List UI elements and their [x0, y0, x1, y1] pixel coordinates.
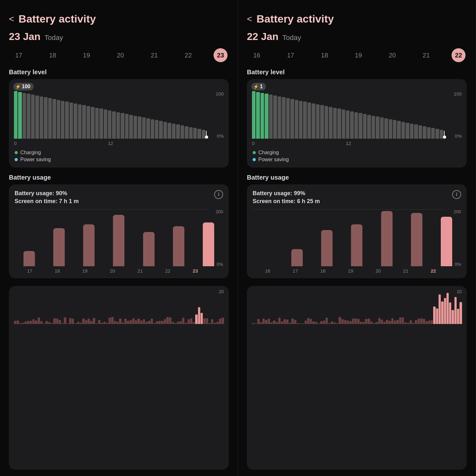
left-battery-card: ⚡ 100 100 0% 0 12 24	[9, 79, 229, 168]
left-day-21[interactable]: 21	[146, 52, 163, 59]
right-power-label: Power saving	[258, 157, 289, 162]
left-header: < Battery activity	[9, 13, 229, 25]
right-x-axis: 0 12 24	[252, 139, 462, 147]
left-page-title: Battery activity	[18, 13, 96, 25]
right-charge-badge: ⚡ 1	[251, 83, 266, 90]
right-panel: < Battery activity 22 Jan Today 16 17 18…	[238, 0, 476, 476]
left-usage-pct: Battery usage: 90%	[15, 190, 223, 197]
right-day-active[interactable]: 22	[452, 48, 466, 62]
left-bolt-icon: ⚡	[15, 84, 21, 89]
right-charge-value: 1	[260, 84, 263, 89]
left-usage-0: 0%	[217, 262, 223, 267]
right-bottom-y: 20	[457, 289, 462, 294]
right-date-sub: Today	[282, 34, 301, 42]
left-charging-label: Charging	[20, 150, 41, 155]
right-x-0: 0	[252, 141, 255, 146]
right-page-title: Battery activity	[256, 13, 334, 25]
left-power-label: Power saving	[20, 157, 51, 162]
left-day-selector: 17 18 19 20 21 22 23	[9, 48, 229, 62]
right-bottom-chart: 20	[247, 286, 467, 470]
right-power-dot	[253, 158, 256, 161]
right-y-bottom: 0%	[455, 133, 462, 139]
right-header: < Battery activity	[247, 13, 467, 25]
right-usage-card: Battery usage: 99% Screen on time: 6 h 2…	[247, 184, 467, 278]
left-charge-badge: ⚡ 100	[13, 83, 34, 90]
left-legend-power: Power saving	[15, 157, 224, 162]
left-legend: Charging Power saving	[14, 147, 224, 164]
right-usage-200: 200	[454, 209, 461, 214]
right-legend: Charging Power saving	[252, 147, 462, 164]
left-usage-card: Battery usage: 90% Screen on time: 7 h 1…	[9, 184, 229, 278]
right-usage-0: 0%	[455, 262, 461, 267]
right-day-16[interactable]: 16	[248, 52, 265, 59]
right-day-21[interactable]: 21	[418, 52, 435, 59]
right-info-button[interactable]: i	[452, 190, 461, 199]
left-charging-dot	[15, 151, 18, 154]
left-y-top: 100	[216, 91, 224, 96]
right-day-selector: 16 17 18 19 20 21 22	[247, 48, 467, 62]
left-date-row: 23 Jan Today	[9, 31, 229, 43]
left-back-button[interactable]: <	[9, 14, 14, 24]
left-y-axis: 100 0%	[210, 91, 224, 139]
right-battery-bars	[252, 91, 448, 139]
right-thin-bars	[252, 289, 462, 324]
left-x-axis: 0 12 24	[14, 139, 224, 147]
left-usage-x-axis: 17181920212223	[15, 266, 223, 274]
left-day-18[interactable]: 18	[44, 52, 61, 59]
right-screen-time: Screen on time: 6 h 25 m	[253, 198, 461, 205]
right-legend-power: Power saving	[253, 157, 462, 162]
left-usage-chart: 200 0% 17181920212223	[15, 209, 223, 276]
left-date-bold: 23 Jan	[9, 31, 41, 42]
right-day-19[interactable]: 19	[350, 52, 367, 59]
right-legend-charging: Charging	[253, 150, 462, 155]
right-day-20[interactable]: 20	[384, 52, 401, 59]
left-x-0: 0	[14, 141, 17, 146]
right-day-17[interactable]: 17	[282, 52, 299, 59]
left-y-bottom: 0%	[217, 133, 224, 139]
right-x-mid: 12	[346, 141, 351, 146]
right-date-bold: 22 Jan	[247, 31, 279, 42]
right-bolt-icon: ⚡	[253, 84, 259, 89]
left-thin-bars	[14, 289, 224, 324]
left-power-dot	[15, 158, 18, 161]
left-day-22[interactable]: 22	[180, 52, 197, 59]
left-info-button[interactable]: i	[214, 190, 223, 199]
left-day-19[interactable]: 19	[78, 52, 95, 59]
left-x-mid: 12	[108, 141, 113, 146]
left-legend-charging: Charging	[15, 150, 224, 155]
right-usage-label: Battery usage	[247, 174, 467, 181]
left-battery-bars	[14, 91, 210, 139]
left-usage-label: Battery usage	[9, 174, 229, 181]
right-day-18[interactable]: 18	[316, 52, 333, 59]
left-day-active[interactable]: 23	[214, 48, 228, 62]
right-battery-card: ⚡ 1 100 0% 0 12 24	[247, 79, 467, 168]
left-date-sub: Today	[44, 34, 63, 42]
right-date-row: 22 Jan Today	[247, 31, 467, 43]
right-usage-x-axis: 16171819202122	[253, 266, 461, 274]
left-bottom-y: 20	[219, 289, 224, 294]
right-back-button[interactable]: <	[247, 14, 252, 24]
left-day-17[interactable]: 17	[10, 52, 27, 59]
right-usage-pct: Battery usage: 99%	[253, 190, 461, 197]
right-y-top: 100	[454, 91, 462, 96]
left-charge-value: 100	[22, 84, 30, 89]
right-usage-bars-container	[253, 209, 461, 266]
left-battery-level-label: Battery level	[9, 69, 229, 76]
right-charging-dot	[253, 151, 256, 154]
right-usage-stats: Battery usage: 99% Screen on time: 6 h 2…	[253, 190, 461, 205]
right-y-axis: 100 0%	[448, 91, 462, 139]
right-charging-label: Charging	[258, 150, 279, 155]
right-battery-level-label: Battery level	[247, 69, 467, 76]
right-usage-chart: 200 0% 16171819202122	[253, 209, 461, 276]
left-usage-200: 200	[216, 209, 223, 214]
left-bottom-chart: 20	[9, 286, 229, 470]
left-usage-stats: Battery usage: 90% Screen on time: 7 h 1…	[15, 190, 223, 205]
left-day-20[interactable]: 20	[112, 52, 129, 59]
left-usage-bars-container	[15, 209, 223, 266]
left-panel: < Battery activity 23 Jan Today 17 18 19…	[0, 0, 238, 476]
left-screen-time: Screen on time: 7 h 1 m	[15, 198, 223, 205]
